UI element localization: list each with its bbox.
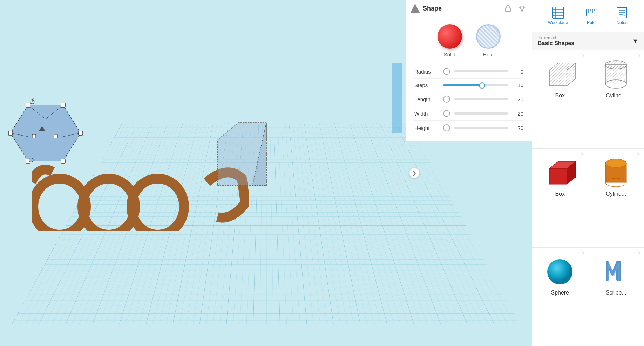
svg-rect-52	[549, 168, 567, 184]
height-indicator[interactable]	[443, 124, 450, 131]
svg-rect-45	[549, 70, 567, 86]
lock-button[interactable]	[502, 3, 514, 14]
cyl-orange-label: Cylind...	[606, 191, 626, 197]
steps-value: 10	[512, 82, 523, 88]
shapes-library: Workplane Ruler	[532, 0, 644, 346]
panel-collapse-toggle[interactable]: ❯	[409, 168, 420, 178]
svg-point-56	[605, 159, 626, 167]
shape-card-box-red[interactable]: ☆ Box	[532, 149, 588, 247]
library-header: Tinkercad Basic Shapes ▼	[532, 32, 644, 50]
notes-icon	[616, 6, 628, 19]
solid-sphere	[438, 24, 462, 49]
length-indicator[interactable]	[443, 96, 450, 103]
shape-card-cyl-orange[interactable]: ☆ Cylind...	[588, 149, 644, 247]
width-value: 20	[512, 111, 523, 117]
ruler-icon	[585, 6, 598, 19]
cyl-orange-preview	[598, 154, 633, 189]
hole-option[interactable]: Hole	[476, 24, 501, 57]
library-dropdown-btn[interactable]: ▼	[632, 37, 638, 45]
svg-marker-43	[623, 14, 625, 16]
box-red-preview	[542, 154, 577, 189]
properties-section: Radius 0 Steps 10 Length	[406, 64, 532, 141]
height-slider[interactable]	[454, 127, 508, 129]
shape-card-cyl-grey[interactable]: ☆	[588, 50, 644, 149]
panel-header: Shape	[406, 0, 532, 17]
panel-title: Shape	[423, 5, 500, 12]
width-slider[interactable]	[454, 112, 508, 115]
shape-card-box-grey[interactable]: ☆	[532, 50, 588, 149]
length-slider[interactable]	[454, 98, 508, 100]
height-value: 20	[512, 125, 523, 131]
main-area: ↺ ↺	[0, 0, 644, 346]
svg-rect-6	[61, 103, 65, 107]
svg-rect-39	[617, 7, 627, 18]
shape-card-sphere[interactable]: ☆ Sphere	[532, 248, 588, 346]
notes-label: Notes	[616, 20, 627, 25]
scribble-preview	[598, 253, 633, 288]
hole-label: Hole	[483, 51, 494, 57]
radius-slider[interactable]	[454, 70, 508, 72]
box-grey-label: Box	[555, 92, 565, 99]
canvas-area[interactable]: ↺ ↺	[0, 0, 532, 346]
shapes-grid: ☆	[532, 50, 644, 346]
ruler-toolbar-item[interactable]: Ruler	[581, 4, 602, 27]
svg-rect-8	[8, 131, 13, 135]
scribble-label: Scribb...	[606, 290, 626, 296]
svg-marker-20	[217, 123, 266, 140]
length-row: Length 20	[414, 92, 523, 106]
svg-rect-11	[32, 134, 36, 138]
library-name: Basic Shapes	[538, 40, 574, 47]
star-box-red[interactable]: ☆	[580, 151, 585, 157]
solid-option[interactable]: Solid	[438, 24, 462, 57]
width-row: Width 20	[414, 106, 523, 121]
star-cyl-grey[interactable]: ☆	[636, 53, 641, 58]
ruler-label: Ruler	[587, 20, 597, 25]
steps-slider-thumb	[479, 82, 485, 89]
svg-marker-0	[11, 105, 81, 161]
height-row: Height 20	[414, 121, 523, 135]
width-indicator[interactable]	[443, 110, 450, 117]
svg-point-26	[520, 6, 524, 9]
steps-slider-fill	[443, 84, 482, 86]
workplane-icon	[552, 6, 564, 19]
svg-rect-25	[506, 8, 510, 12]
lightbulb-button[interactable]	[516, 3, 528, 14]
cube-object[interactable]	[203, 112, 280, 196]
sphere-label: Sphere	[551, 290, 569, 296]
blue-shape	[392, 63, 402, 133]
library-category: Tinkercad	[538, 35, 574, 40]
width-label: Width	[414, 111, 439, 117]
shape-options: Solid Hole	[406, 17, 532, 64]
star-sphere[interactable]: ☆	[580, 250, 585, 255]
svg-point-58	[547, 259, 572, 284]
steps-slider-container[interactable]	[443, 84, 508, 86]
notes-toolbar-item[interactable]: Notes	[611, 4, 632, 27]
library-toolbar: Workplane Ruler	[532, 0, 644, 32]
panel-collapse-btn[interactable]	[410, 4, 420, 13]
box-red-label: Box	[555, 191, 565, 197]
svg-point-50	[605, 61, 626, 69]
cyl-grey-preview	[598, 56, 633, 91]
svg-rect-12	[54, 134, 57, 138]
shape-card-scribble[interactable]: ☆ Scribb...	[588, 248, 644, 346]
svg-rect-7	[79, 131, 83, 135]
radius-indicator[interactable]	[443, 68, 450, 75]
steps-row: Steps 10	[414, 79, 523, 92]
solid-label: Solid	[444, 51, 455, 57]
star-scribble[interactable]: ☆	[636, 250, 641, 255]
length-label: Length	[414, 96, 439, 102]
star-cyl-orange[interactable]: ☆	[636, 151, 641, 157]
workplane-label: Workplane	[548, 20, 568, 25]
workplane-toolbar-item[interactable]: Workplane	[544, 4, 572, 27]
shape-panel: Shape	[406, 0, 532, 141]
star-box-grey[interactable]: ☆	[580, 53, 585, 58]
steps-label: Steps	[414, 82, 439, 88]
radius-value: 0	[512, 69, 523, 75]
cyl-grey-label: Cylind...	[606, 92, 626, 99]
sphere-preview	[542, 253, 577, 288]
radius-row: Radius 0	[414, 64, 523, 79]
radius-label: Radius	[414, 69, 439, 75]
length-value: 20	[512, 96, 523, 102]
hole-sphere	[476, 24, 501, 49]
height-label: Height	[414, 125, 439, 131]
